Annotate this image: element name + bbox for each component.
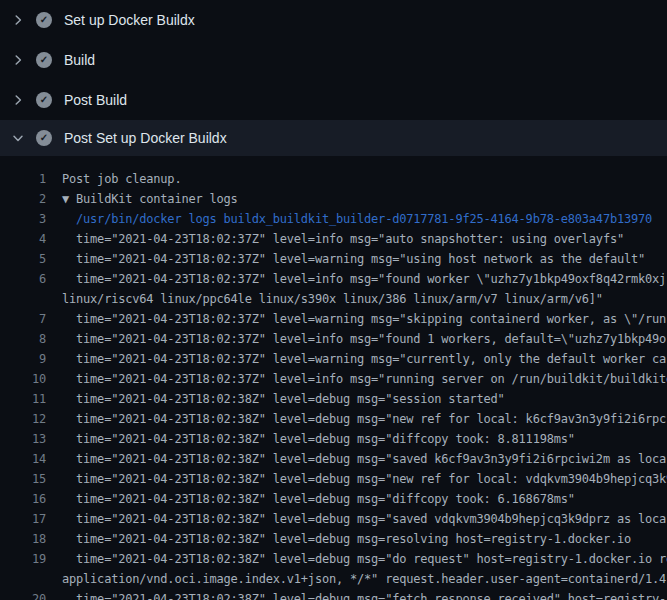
log-line-text: time="2021-04-23T18:02:37Z" level=warnin… (46, 249, 667, 269)
log-line-number[interactable]: 4 (0, 229, 46, 249)
log-line-text: time="2021-04-23T18:02:38Z" level=debug … (46, 589, 667, 600)
log-line-number[interactable]: 19 (0, 549, 46, 569)
log-line-text: time="2021-04-23T18:02:38Z" level=debug … (46, 449, 667, 469)
log-line-text: /usr/bin/docker logs buildx_buildkit_bui… (46, 209, 667, 229)
log-row: 18 time="2021-04-23T18:02:38Z" level=deb… (0, 529, 667, 549)
step-label: Set up Docker Buildx (64, 12, 195, 28)
log-line-text: ▼ BuildKit container logs (46, 189, 667, 209)
log-line-text: Post job cleanup. (46, 169, 667, 189)
log-line-number[interactable]: 8 (0, 329, 46, 349)
log-viewer: 1 Post job cleanup. 2 ▼ BuildKit contain… (0, 156, 667, 600)
log-row: 9 time="2021-04-23T18:02:37Z" level=warn… (0, 349, 667, 369)
log-line-number[interactable]: 15 (0, 469, 46, 489)
step-row-post-build[interactable]: ✓ Post Build (0, 80, 667, 120)
step-row-post-set-up-docker-buildx[interactable]: ✓ Post Set up Docker Buildx (0, 120, 667, 156)
log-row: 15 time="2021-04-23T18:02:38Z" level=deb… (0, 469, 667, 489)
log-row: 4 time="2021-04-23T18:02:37Z" level=info… (0, 229, 667, 249)
check-circle-icon: ✓ (36, 130, 52, 146)
log-line-number[interactable]: 17 (0, 509, 46, 529)
step-label: Build (64, 52, 95, 68)
log-line-number[interactable]: 10 (0, 369, 46, 389)
log-line-text: time="2021-04-23T18:02:38Z" level=debug … (46, 409, 667, 429)
log-row: 10 time="2021-04-23T18:02:37Z" level=inf… (0, 369, 667, 389)
log-row: 7 time="2021-04-23T18:02:37Z" level=warn… (0, 309, 667, 329)
log-row: 1 Post job cleanup. (0, 169, 667, 189)
check-circle-icon: ✓ (36, 92, 52, 108)
log-line-number[interactable]: 13 (0, 429, 46, 449)
log-line-text: time="2021-04-23T18:02:37Z" level=info m… (46, 329, 667, 349)
log-row: 16 time="2021-04-23T18:02:38Z" level=deb… (0, 489, 667, 509)
step-label: Post Set up Docker Buildx (64, 130, 227, 146)
chevron-right-icon (12, 54, 24, 66)
log-line-number[interactable]: 7 (0, 309, 46, 329)
log-row: 5 time="2021-04-23T18:02:37Z" level=warn… (0, 249, 667, 269)
log-line-number[interactable]: 12 (0, 409, 46, 429)
log-line-number[interactable]: 9 (0, 349, 46, 369)
log-line-text: application/vnd.oci.image.index.v1+json,… (46, 569, 667, 589)
log-row: 17 time="2021-04-23T18:02:38Z" level=deb… (0, 509, 667, 529)
log-line-number (0, 289, 46, 309)
log-line-text: time="2021-04-23T18:02:38Z" level=debug … (46, 529, 667, 549)
log-line-text: time="2021-04-23T18:02:38Z" level=debug … (46, 509, 667, 529)
step-row-set-up-docker-buildx[interactable]: ✓ Set up Docker Buildx (0, 0, 667, 40)
log-line-number[interactable]: 16 (0, 489, 46, 509)
log-row: 8 time="2021-04-23T18:02:37Z" level=info… (0, 329, 667, 349)
log-line-text: time="2021-04-23T18:02:37Z" level=warnin… (46, 349, 667, 369)
log-row: 20 time="2021-04-23T18:02:38Z" level=deb… (0, 589, 667, 600)
log-line-number[interactable]: 3 (0, 209, 46, 229)
step-label: Post Build (64, 92, 127, 108)
log-line-number[interactable]: 6 (0, 269, 46, 289)
log-line-text: time="2021-04-23T18:02:37Z" level=info m… (46, 369, 667, 389)
step-row-build[interactable]: ✓ Build (0, 40, 667, 80)
log-line-text: time="2021-04-23T18:02:38Z" level=debug … (46, 389, 667, 409)
log-line-number[interactable]: 2 (0, 189, 46, 209)
log-line-number[interactable]: 18 (0, 529, 46, 549)
check-circle-icon: ✓ (36, 12, 52, 28)
log-group-toggle[interactable]: 2 ▼ BuildKit container logs (0, 189, 667, 209)
log-line-text: time="2021-04-23T18:02:37Z" level=warnin… (46, 309, 667, 329)
chevron-down-icon (12, 132, 24, 144)
log-row: 14 time="2021-04-23T18:02:38Z" level=deb… (0, 449, 667, 469)
log-row: 11 time="2021-04-23T18:02:38Z" level=deb… (0, 389, 667, 409)
log-row: 19 time="2021-04-23T18:02:38Z" level=deb… (0, 549, 667, 569)
log-line-number[interactable]: 5 (0, 249, 46, 269)
log-line-text: time="2021-04-23T18:02:37Z" level=info m… (46, 269, 667, 289)
log-line-number[interactable]: 14 (0, 449, 46, 469)
log-line-text: time="2021-04-23T18:02:38Z" level=debug … (46, 489, 667, 509)
log-line-number[interactable]: 11 (0, 389, 46, 409)
log-row: 13 time="2021-04-23T18:02:38Z" level=deb… (0, 429, 667, 449)
log-line-text: time="2021-04-23T18:02:38Z" level=debug … (46, 429, 667, 449)
log-row: 3 /usr/bin/docker logs buildx_buildkit_b… (0, 209, 667, 229)
chevron-right-icon (12, 14, 24, 26)
steps-list: ✓ Set up Docker Buildx ✓ Build ✓ Post Bu… (0, 0, 667, 156)
log-line-number (0, 569, 46, 589)
check-circle-icon: ✓ (36, 52, 52, 68)
chevron-right-icon (12, 94, 24, 106)
log-line-text: time="2021-04-23T18:02:38Z" level=debug … (46, 469, 667, 489)
log-row: 12 time="2021-04-23T18:02:38Z" level=deb… (0, 409, 667, 429)
log-line-number[interactable]: 20 (0, 589, 46, 600)
log-line-text: time="2021-04-23T18:02:37Z" level=info m… (46, 229, 667, 249)
log-line-number[interactable]: 1 (0, 169, 46, 189)
log-line-text: time="2021-04-23T18:02:38Z" level=debug … (46, 549, 667, 569)
log-row: application/vnd.oci.image.index.v1+json,… (0, 569, 667, 589)
log-row: 6 time="2021-04-23T18:02:37Z" level=info… (0, 269, 667, 289)
log-line-text: linux/riscv64 linux/ppc64le linux/s390x … (46, 289, 667, 309)
log-row: linux/riscv64 linux/ppc64le linux/s390x … (0, 289, 667, 309)
